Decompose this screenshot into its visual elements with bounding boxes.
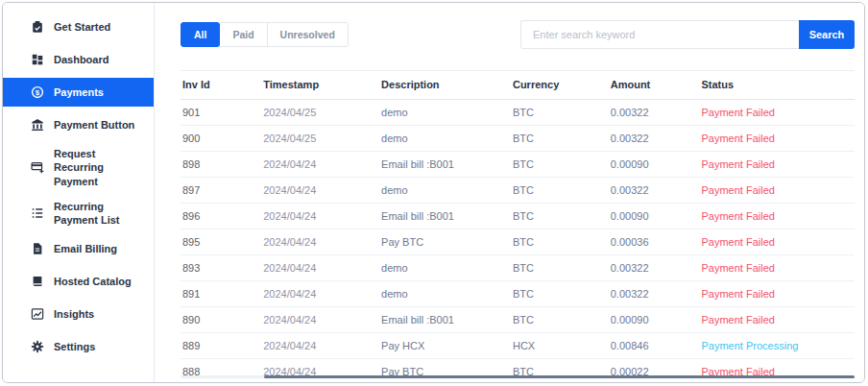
- cell-description: demo: [379, 100, 511, 126]
- cell-amount: 0.00846: [609, 333, 700, 359]
- cell-amount: 0.00090: [609, 307, 700, 333]
- status-badge: Payment Processing: [700, 333, 856, 359]
- cell-amount: 0.00322: [609, 178, 700, 204]
- table-row[interactable]: 8882024/04/24Pay BTCBTC0.00022Payment Fa…: [181, 359, 855, 384]
- sidebar-item-label: Payments: [54, 85, 146, 99]
- app-window: Get StartedDashboard$PaymentsPayment But…: [2, 2, 865, 383]
- cell-description: Pay HCX: [379, 333, 511, 359]
- status-badge: Payment Failed: [700, 307, 856, 333]
- coin-dollar-icon: $: [30, 85, 44, 100]
- sidebar-item-request-recurring-payment[interactable]: Request Recurring Payment: [3, 143, 154, 192]
- main-content: AllPaidUnresolved Search Inv IdTimestamp…: [155, 3, 864, 382]
- sidebar-item-label: Recurring Payment List: [54, 200, 146, 228]
- status-badge: Payment Failed: [700, 255, 856, 281]
- table-row[interactable]: 8982024/04/24Email bill :B001BTC0.00090P…: [181, 152, 855, 178]
- cell-amount: 0.00090: [609, 152, 700, 178]
- column-header-timestamp: Timestamp: [261, 71, 379, 100]
- cell-description: demo: [379, 126, 511, 152]
- sidebar-item-dashboard[interactable]: Dashboard: [3, 45, 154, 74]
- search-input[interactable]: [520, 20, 799, 49]
- status-badge: Payment Failed: [700, 100, 856, 126]
- sidebar-item-label: Request Recurring Payment: [54, 147, 146, 188]
- table-row[interactable]: 8962024/04/24Email bill :B001BTC0.00090P…: [181, 204, 855, 229]
- cell-timestamp: 2024/04/24: [261, 204, 379, 229]
- cell-inv-id: 898: [181, 152, 261, 178]
- filter-group: AllPaidUnresolved: [181, 22, 349, 47]
- cell-amount: 0.00090: [609, 204, 700, 229]
- table-row[interactable]: 8902024/04/24Email bill :B001BTC0.00090P…: [181, 307, 855, 333]
- table-row[interactable]: 8932024/04/24demoBTC0.00322Payment Faile…: [181, 255, 855, 281]
- chart-icon: [30, 307, 44, 322]
- cell-inv-id: 889: [181, 333, 261, 359]
- cell-amount: 0.00036: [609, 229, 700, 255]
- cell-amount: 0.00322: [609, 100, 700, 126]
- column-header-amount: Amount: [609, 71, 700, 100]
- cell-currency: BTC: [511, 152, 609, 178]
- table-row[interactable]: 9012024/04/25demoBTC0.00322Payment Faile…: [181, 100, 855, 126]
- sidebar-item-label: Get Started: [54, 20, 146, 34]
- cell-description: demo: [379, 178, 511, 204]
- status-badge: Payment Failed: [700, 178, 856, 204]
- cell-timestamp: 2024/04/24: [261, 333, 379, 359]
- sidebar-item-hosted-catalog[interactable]: Hosted Catalog: [3, 267, 154, 296]
- filter-button-unresolved[interactable]: Unresolved: [267, 22, 349, 47]
- cell-amount: 0.00322: [609, 126, 700, 152]
- column-header-inv-id: Inv Id: [181, 71, 261, 100]
- table-row[interactable]: 8972024/04/24demoBTC0.00322Payment Faile…: [181, 178, 855, 204]
- horizontal-scrollbar-thumb[interactable]: [264, 375, 855, 378]
- cell-currency: BTC: [511, 100, 609, 126]
- table-row[interactable]: 8892024/04/24Pay HCXHCX0.00846Payment Pr…: [181, 333, 855, 359]
- cell-timestamp: 2024/04/25: [261, 126, 379, 152]
- sidebar-item-label: Settings: [54, 340, 146, 353]
- cell-currency: BTC: [511, 126, 609, 152]
- status-badge: Payment Failed: [700, 229, 856, 255]
- search-button[interactable]: Search: [799, 20, 855, 49]
- cell-currency: BTC: [511, 307, 609, 333]
- sidebar-item-payments[interactable]: $Payments: [3, 78, 154, 107]
- cell-inv-id: 897: [181, 178, 261, 204]
- status-badge: Payment Failed: [700, 204, 856, 229]
- table-row[interactable]: 8952024/04/24Pay BTCBTC0.00036Payment Fa…: [181, 229, 855, 255]
- cell-inv-id: 893: [181, 255, 261, 281]
- column-header-description: Description: [379, 71, 511, 100]
- table-row[interactable]: 9002024/04/25demoBTC0.00322Payment Faile…: [181, 126, 855, 152]
- sidebar-item-email-billing[interactable]: Email Billing: [3, 234, 154, 263]
- toolbar: AllPaidUnresolved Search: [181, 20, 855, 49]
- cell-timestamp: 2024/04/25: [261, 100, 379, 126]
- clipboard-icon: [30, 20, 44, 35]
- document-icon: [30, 242, 44, 256]
- sidebar-item-settings[interactable]: Settings: [3, 332, 154, 361]
- cell-description: demo: [379, 281, 511, 307]
- dashboard-grid-icon: [30, 53, 44, 67]
- sidebar-item-get-started[interactable]: Get Started: [3, 12, 154, 41]
- cell-timestamp: 2024/04/24: [261, 281, 379, 307]
- sidebar-item-label: Email Billing: [54, 242, 146, 255]
- table-row[interactable]: 8912024/04/24demoBTC0.00322Payment Faile…: [181, 281, 855, 307]
- svg-text:$: $: [35, 88, 39, 97]
- cell-timestamp: 2024/04/24: [261, 359, 379, 384]
- table-head: Inv IdTimestampDescriptionCurrencyAmount…: [181, 71, 855, 100]
- cell-description: Pay BTC: [379, 359, 511, 384]
- cell-amount: 0.00322: [609, 281, 700, 307]
- cell-inv-id: 895: [181, 229, 261, 255]
- filter-button-all[interactable]: All: [181, 22, 220, 47]
- sidebar-item-label: Payment Button: [54, 118, 146, 132]
- search-bar: Search: [520, 20, 855, 49]
- list-icon: [30, 206, 44, 221]
- cell-inv-id: 901: [181, 100, 261, 126]
- sidebar-item-insights[interactable]: Insights: [3, 300, 154, 328]
- cell-timestamp: 2024/04/24: [261, 255, 379, 281]
- cell-timestamp: 2024/04/24: [261, 178, 379, 204]
- filter-button-paid[interactable]: Paid: [219, 22, 267, 47]
- status-badge: Payment Failed: [700, 359, 856, 384]
- status-badge: Payment Failed: [700, 152, 856, 178]
- sidebar-item-label: Hosted Catalog: [54, 275, 146, 288]
- sidebar-item-recurring-payment-list[interactable]: Recurring Payment List: [3, 196, 154, 231]
- status-badge: Payment Failed: [700, 126, 856, 152]
- cell-description: Email bill :B001: [379, 204, 511, 229]
- cell-currency: BTC: [511, 255, 609, 281]
- column-header-currency: Currency: [511, 71, 609, 100]
- sidebar-item-label: Insights: [54, 307, 146, 321]
- cell-timestamp: 2024/04/24: [261, 307, 379, 333]
- sidebar-item-payment-button[interactable]: Payment Button: [3, 110, 154, 139]
